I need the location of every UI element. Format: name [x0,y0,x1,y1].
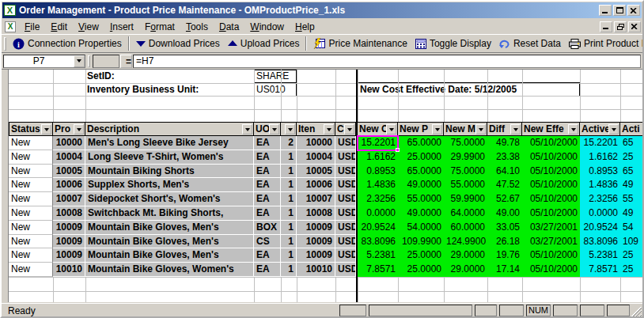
cell-cur-row5[interactable]: USD [335,192,356,206]
cell-active_cost-row6[interactable]: 0.0000 [580,206,620,221]
toggle-display-button[interactable]: Toggle Display [411,36,495,51]
cell-new_eff-row1[interactable]: 05/10/2000 [522,136,580,150]
print-product-prices-button[interactable]: Print Product Prices [565,36,644,51]
resize-grip[interactable] [631,307,642,317]
column-header-prod[interactable]: Pro [53,122,85,136]
cell-item-row7[interactable]: 10009 [297,221,335,235]
cell-cur-row8[interactable]: USD [335,235,356,248]
cell-uom-row9[interactable]: EA [254,248,281,263]
cell-qty-row5[interactable]: 1 [281,192,297,206]
cell-active_cost-row3[interactable]: 0.8953 [580,165,620,178]
cell-new_msrp-row9[interactable]: 29.0000 [444,248,487,263]
cell-diff-row7[interactable]: 33.05 [487,221,522,235]
cell-prod-row10[interactable]: 10010 [53,263,85,277]
cell-new_cost-row1[interactable]: 15.2201 [358,136,398,150]
doc-restore-button[interactable] [614,21,627,32]
cell-cur-row10[interactable]: USD [335,263,356,277]
menu-item-tools[interactable]: Tools [180,20,214,34]
cell-desc-row4[interactable]: Supplex Shorts, Men's [85,178,254,192]
cell-new_eff-row5[interactable]: 05/10/2000 [522,192,580,206]
effective-date-cell[interactable]: New Cost Effective Date: 5/12/2005 [358,82,580,97]
reset-data-button[interactable]: Reset Data [495,36,565,51]
cell-new_price-row5[interactable]: 55.0000 [398,192,444,206]
cell-new_eff-row9[interactable]: 05/10/2000 [522,248,580,263]
cell-new_price-row8[interactable]: 109.9900 [398,235,444,248]
cell-uom-row4[interactable]: EA [254,178,281,192]
cell-cur-row1[interactable]: USD [335,136,356,150]
close-button[interactable] [627,5,640,16]
cell-status-row2[interactable]: New [9,150,53,165]
toolbar-grip[interactable] [4,37,6,51]
name-box[interactable]: P7 [3,55,85,68]
cell-new_eff-row4[interactable]: 05/10/2000 [522,178,580,192]
cell-active_price-row7[interactable]: 54 [620,221,644,235]
cell-desc-row5[interactable]: Sidepocket Short's, Women's [85,192,254,206]
filter-dropdown-button[interactable] [475,124,486,134]
cell-qty-row7[interactable]: 1 [281,221,297,235]
cell-new_cost-row6[interactable]: 0.0000 [358,206,398,221]
cell-active_price-row8[interactable]: 109 [620,235,644,248]
filter-dropdown-button[interactable] [41,124,51,134]
cell-diff-row6[interactable]: 49.00 [487,206,522,221]
cell-new_cost-row7[interactable]: 20.9524 [358,221,398,235]
cell-new_msrp-row4[interactable]: 55.0000 [444,178,487,192]
menu-item-view[interactable]: View [73,20,104,34]
cell-prod-row8[interactable]: 10009 [53,235,85,248]
filter-dropdown-button[interactable] [74,124,84,134]
cell-status-row10[interactable]: New [9,263,53,277]
cell-desc-row2[interactable]: Long Sleeve T-Shirt, Women's [85,150,254,165]
cell-diff-row9[interactable]: 19.76 [487,248,522,263]
maximize-button[interactable] [613,5,626,16]
column-header-uom[interactable]: UO [254,122,281,136]
menu-item-help[interactable]: Help [290,20,320,34]
cell-new_msrp-row6[interactable]: 64.0000 [444,206,487,221]
cell-new_eff-row6[interactable]: 05/10/2000 [522,206,580,221]
cell-active_price-row9[interactable]: 25 [620,248,644,263]
cell-active_price-row5[interactable]: 55 [620,192,644,206]
connection-properties-button[interactable]: iConnection Properties [9,36,126,51]
filter-dropdown-button[interactable] [608,124,619,134]
cell-new_eff-row8[interactable]: 03/27/2001 [522,235,580,248]
filter-dropdown-button[interactable] [344,124,354,134]
cell-active_cost-row1[interactable]: 15.2201 [580,136,620,150]
column-header-active_cost[interactable]: Active [580,122,620,136]
cell-desc-row7[interactable]: Mountain Bike Gloves, Men's [85,221,254,235]
cell-item-row8[interactable]: 10009 [297,235,335,248]
cell-new_price-row1[interactable]: 65.0000 [398,136,444,150]
cell-item-row3[interactable]: 10005 [297,165,335,178]
cell-desc-row3[interactable]: Mountain Biking Shorts [85,165,254,178]
cell-desc-row1[interactable]: Men's Long Sleeve Bike Jersey [85,136,254,150]
cell-status-row5[interactable]: New [9,192,53,206]
cell-active_cost-row2[interactable]: 1.6162 [580,150,620,165]
cell-prod-row1[interactable]: 10000 [53,136,85,150]
cell-new_msrp-row2[interactable]: 29.9900 [444,150,487,165]
filter-dropdown-button[interactable] [324,124,334,134]
cell-active_cost-row4[interactable]: 1.4836 [580,178,620,192]
cell-new_price-row9[interactable]: 25.0000 [398,248,444,263]
cell-active_price-row6[interactable]: 49 [620,206,644,221]
cell-new_msrp-row5[interactable]: 59.9900 [444,192,487,206]
cell-uom-row7[interactable]: BOX [254,221,281,235]
cell-new_cost-row5[interactable]: 2.3256 [358,192,398,206]
filter-dropdown-button[interactable] [242,124,252,134]
setid-value-cell[interactable]: SHARE [254,70,297,83]
cell-diff-row1[interactable]: 49.78 [487,136,522,150]
cell-uom-row5[interactable]: EA [254,192,281,206]
cell-diff-row8[interactable]: 26.18 [487,235,522,248]
doc-minimize-button[interactable] [600,21,612,32]
cell-uom-row10[interactable]: EA [254,263,281,277]
cell-cur-row9[interactable]: USD [335,248,356,263]
cell-new_price-row4[interactable]: 49.0000 [398,178,444,192]
cell-status-row4[interactable]: New [9,178,53,192]
cell-item-row2[interactable]: 10004 [297,150,335,165]
cell-cur-row6[interactable]: USD [335,206,356,221]
cell-new_eff-row7[interactable]: 03/27/2001 [522,221,580,235]
cell-item-row4[interactable]: 10006 [297,178,335,192]
cell-status-row3[interactable]: New [9,165,53,178]
cell-cur-row2[interactable]: USD [335,150,356,165]
download-prices-button[interactable]: Download Prices [132,36,224,51]
column-header-diff[interactable]: Diff [487,122,522,136]
cell-uom-row1[interactable]: EA [254,136,281,150]
business-unit-value-cell[interactable]: US010 [254,83,297,97]
cell-prod-row3[interactable]: 10005 [53,165,85,178]
